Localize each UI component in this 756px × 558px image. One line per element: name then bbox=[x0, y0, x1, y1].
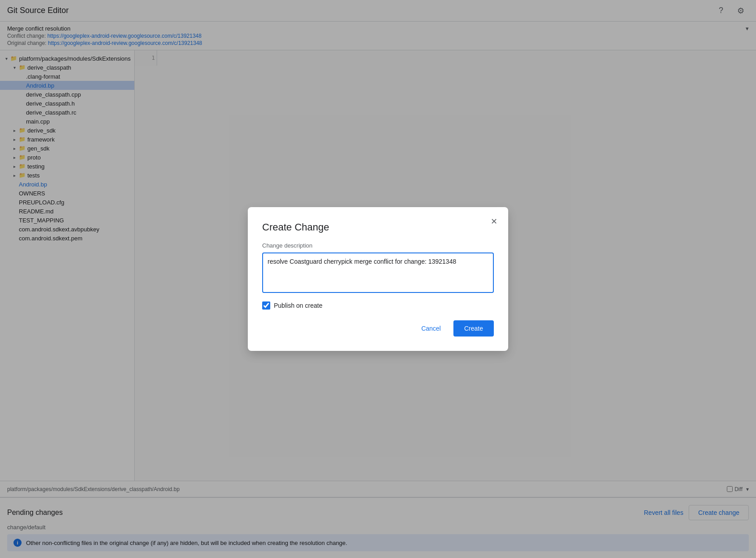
modal-close-button[interactable]: ✕ bbox=[487, 214, 501, 229]
modal-actions: Cancel Create bbox=[262, 320, 494, 337]
publish-on-create-checkbox[interactable] bbox=[262, 301, 270, 310]
modal-overlay[interactable]: ✕ Create Change Change description Publi… bbox=[0, 0, 756, 558]
publish-on-create-row: Publish on create bbox=[262, 301, 494, 310]
modal-description-label: Change description bbox=[262, 242, 494, 249]
modal-create-button[interactable]: Create bbox=[453, 320, 494, 337]
modal-title: Create Change bbox=[262, 221, 494, 233]
create-change-modal: ✕ Create Change Change description Publi… bbox=[248, 207, 508, 351]
modal-cancel-button[interactable]: Cancel bbox=[414, 320, 448, 337]
change-description-input[interactable] bbox=[262, 252, 494, 293]
publish-on-create-label: Publish on create bbox=[274, 302, 322, 309]
close-icon: ✕ bbox=[491, 217, 497, 226]
